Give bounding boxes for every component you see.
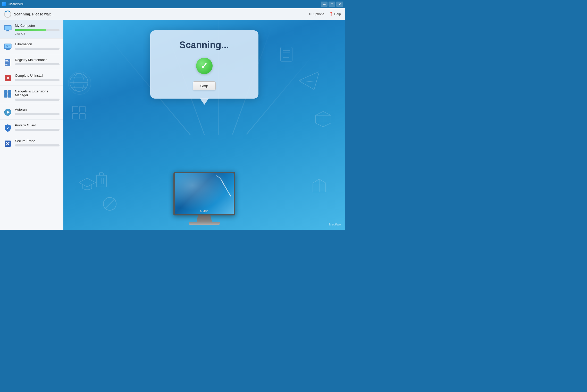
help-button[interactable]: ❓ Help [329,12,341,16]
scanning-spinner [4,11,11,18]
app-title: CleanMyPC [8,2,321,6]
maximize-button[interactable]: □ [329,2,335,7]
svg-rect-35 [72,114,78,119]
sidebar-item-registry[interactable]: Registry Maintenance [0,54,63,70]
sidebar-item-label: Secure Erase [15,139,60,143]
progress-bar [15,48,60,50]
svg-rect-7 [6,49,9,49]
header-actions: ⚙ Options ❓ Help [309,12,341,16]
progress-bar [15,29,60,31]
macpaw-watermark: MacPaw [329,223,341,226]
sidebar-item-gadgets[interactable]: Gadgets & Extensions Manager [0,86,63,104]
progress-bar [15,79,60,81]
scan-bubble: Scanning... Stop [150,30,258,99]
sidebar-item-content: Secure Erase [15,139,60,146]
svg-rect-18 [4,94,7,98]
sidebar-item-content: Registry Maintenance [15,58,60,65]
progress-bar [15,99,60,101]
gadgets-icon [4,90,12,98]
privacy-icon: ✓ [4,124,12,132]
progress-bar [15,129,60,131]
svg-rect-3 [6,31,10,31]
monitor-base [189,222,220,225]
box-decoration [312,178,327,196]
main-layout: My Computer 2.05 GB Zzz Hibernation [0,20,345,230]
sidebar-item-content: Privacy Guard [15,123,60,131]
scroll-decoration [279,46,294,66]
minimize-button[interactable]: — [321,2,328,7]
wiper [220,178,231,197]
svg-text:✓: ✓ [6,126,9,130]
stop-button[interactable]: Stop [193,81,216,90]
header-bar: Scanning. Please wait... ⚙ Options ❓ Hel… [0,8,345,20]
sidebar-item-content: Gadgets & Extensions Manager [15,89,60,101]
trash-decoration [94,171,108,191]
sidebar-item-label: Gadgets & Extensions Manager [15,89,60,97]
options-button[interactable]: ⚙ Options [309,12,324,16]
svg-rect-19 [8,94,11,98]
sidebar-item-autorun[interactable]: Autorun [0,104,63,120]
sidebar-item-size: 2.05 GB [15,32,60,35]
progress-bar [15,144,60,146]
svg-rect-1 [5,26,11,30]
svg-rect-16 [4,90,7,94]
registry-icon [4,58,12,67]
svg-text:✕: ✕ [6,76,10,81]
computer-icon [4,24,12,32]
svg-marker-31 [299,72,319,90]
cube-decoration [314,110,332,132]
scan-checkmark [196,58,213,74]
svg-rect-33 [72,106,78,112]
svg-line-58 [105,199,115,209]
sidebar-item-secure-erase[interactable]: Secure Erase [0,135,63,151]
svg-rect-11 [5,62,9,62]
window-controls: — □ ✕ [321,2,343,7]
scan-title: Scanning... [161,40,248,50]
hibernation-icon: Zzz [4,43,12,51]
sidebar-item-label: Hibernation [15,42,60,46]
globe-decoration [68,72,91,95]
sidebar-item-content: Hibernation [15,42,60,50]
monitor-stand [197,215,212,222]
monitor: MyPC [173,172,235,215]
uninstall-icon: ✕ [4,74,12,82]
sidebar-item-label: Registry Maintenance [15,58,60,62]
sidebar-item-uninstall[interactable]: ✕ Complete Uninstall [0,70,63,86]
svg-rect-8 [6,49,10,50]
sidebar-item-label: Complete Uninstall [15,74,60,77]
sidebar-item-label: My Computer [15,24,60,28]
svg-rect-37 [281,47,292,61]
monitor-screen [175,173,234,214]
monitor-label: MyPC [200,210,208,213]
progress-fill [15,29,46,31]
sidebar-item-privacy[interactable]: ✓ Privacy Guard [0,120,63,135]
svg-rect-13 [5,64,7,65]
sidebar-item-content: My Computer 2.05 GB [15,24,60,35]
status-label: Scanning. [14,12,31,16]
ban-decoration [102,196,118,214]
svg-rect-12 [5,63,9,63]
title-bar: CleanMyPC — □ ✕ [0,0,345,8]
sidebar-item-label: Privacy Guard [15,123,60,127]
mortarboard-decoration [79,177,96,194]
svg-rect-9 [5,59,10,66]
sidebar-item-hibernation[interactable]: Zzz Hibernation [0,39,63,54]
close-button[interactable]: ✕ [336,2,343,7]
progress-bar [15,63,60,65]
monitor-container: MyPC [173,172,235,225]
svg-rect-34 [80,106,85,112]
svg-rect-17 [8,90,11,94]
sidebar-item-my-computer[interactable]: My Computer 2.05 GB [0,20,63,39]
app-icon [2,2,6,6]
svg-text:Zzz: Zzz [6,45,10,48]
svg-rect-10 [5,60,8,61]
autorun-icon [4,108,12,116]
puzzle-decoration [71,105,87,124]
sidebar: My Computer 2.05 GB Zzz Hibernation [0,20,63,230]
sidebar-item-label: Autorun [15,108,60,111]
sidebar-item-content: Autorun [15,108,60,115]
sidebar-item-content: Complete Uninstall [15,74,60,81]
secure-erase-icon [4,140,12,148]
svg-rect-2 [6,30,9,31]
svg-marker-59 [79,178,96,187]
